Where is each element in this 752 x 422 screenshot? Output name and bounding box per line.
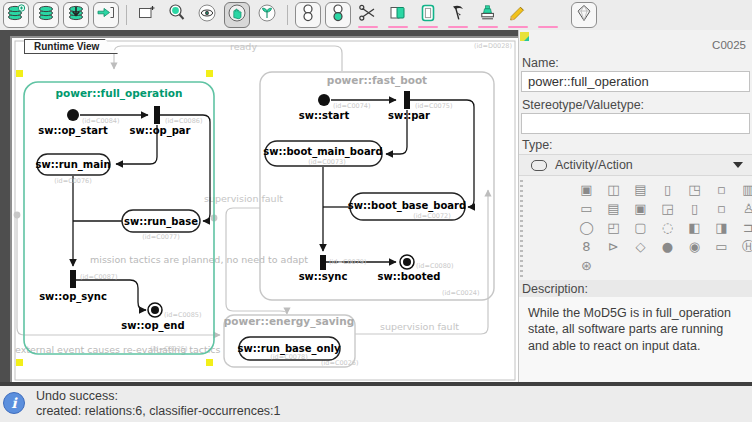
auto-grow-button[interactable]	[254, 2, 280, 28]
template-page-icon[interactable]: ◲	[654, 199, 681, 218]
toolbar-separator	[287, 5, 288, 25]
final-node-icon[interactable]: ◉	[681, 237, 708, 256]
hourglass-sand-icon	[328, 3, 348, 27]
runtime-view-diagram: (id=D0028) ready supervision fault super…	[12, 38, 518, 383]
model-database-import-button[interactable]	[63, 2, 89, 28]
node-3d-icon[interactable]: ▤	[627, 180, 654, 199]
node-start[interactable]: sw::start (id=C0074)	[299, 94, 371, 121]
selection-handle-bottom-right[interactable]	[206, 359, 213, 366]
dashed-circle-icon[interactable]: ◌	[654, 218, 681, 237]
node-boot-base-board[interactable]: sw::boot_base_board (id=C0072)	[348, 193, 466, 220]
element-id-badge: C0025	[712, 39, 746, 51]
diagram-canvas[interactable]: (id=D0028) ready supervision fault super…	[10, 36, 520, 385]
state-fast-boot[interactable]: power::fast_boot (id=C0024)	[260, 72, 494, 300]
action-icon[interactable]: ▣	[573, 180, 600, 199]
copy-button[interactable]	[385, 2, 411, 28]
rounded-state-icon[interactable]: ▢	[627, 218, 654, 237]
folder-icon[interactable]: ▭	[573, 199, 600, 218]
edge-label-supervision-fault-mid: supervision fault	[204, 193, 283, 204]
edge-ready[interactable]	[114, 46, 342, 71]
toolbar	[0, 0, 752, 30]
shallow-history-icon[interactable]: Ⓗ	[735, 237, 752, 256]
selection-handle-top-right[interactable]	[206, 70, 213, 77]
fast-boot-border[interactable]	[260, 72, 494, 300]
initial-node-icon[interactable]: ●	[654, 237, 681, 256]
deep-history-icon[interactable]: ⊛	[573, 256, 600, 275]
svg-text:sw::run_base: sw::run_base	[124, 216, 198, 228]
node-run-main[interactable]: sw::run_main (id=C0076)	[35, 154, 110, 185]
decision-icon[interactable]: ◇	[627, 237, 654, 256]
titled-frame-icon[interactable]: ◰	[600, 218, 627, 237]
runtime-view-tab[interactable]: Runtime View	[24, 39, 118, 54]
svg-text:(id=C0084): (id=C0084)	[82, 117, 120, 125]
name-input[interactable]	[521, 71, 750, 92]
empty-slot-button[interactable]	[535, 2, 561, 28]
ellipse-icon[interactable]: ◯	[573, 218, 600, 237]
model-database-button[interactable]	[33, 2, 59, 28]
node-op-par[interactable]: sw::op_par (id=C0086)	[129, 106, 202, 137]
node-booted[interactable]: sw::booted (id=C0080)	[378, 255, 454, 282]
selection-handle-top-left[interactable]	[16, 70, 23, 77]
gem-button[interactable]	[571, 2, 597, 28]
status-line-1: Undo success:	[36, 389, 281, 404]
pan-hand-button[interactable]	[224, 2, 250, 28]
signal-send-icon[interactable]: ⊳	[600, 237, 627, 256]
pan-hand-icon	[227, 3, 247, 27]
svg-text:(id=C0077): (id=C0077)	[142, 233, 180, 241]
svg-text:(id=C0078): (id=C0078)	[270, 353, 308, 361]
edit-button[interactable]	[505, 2, 531, 28]
node-op-start[interactable]: sw::op_start (id=C0084)	[38, 109, 119, 137]
node-run-base-only[interactable]: sw::run_base_only (id=C0078)	[238, 337, 341, 361]
fork-node-icon[interactable]: ◧	[681, 218, 708, 237]
zoom-lens-button[interactable]	[164, 2, 190, 28]
svg-text:sw::run_main: sw::run_main	[35, 159, 110, 171]
image-part-icon[interactable]: ▫	[708, 180, 735, 199]
state-small-icon[interactable]: ▭	[708, 237, 735, 256]
actor-icon[interactable]: ♙	[735, 199, 752, 218]
list-icon[interactable]: ▤	[600, 199, 627, 218]
call-behavior-icon[interactable]: ◳	[681, 180, 708, 199]
stereotype-label: Stereotype/Valuetype:	[522, 98, 644, 112]
svg-text:(id=C0079): (id=C0079)	[329, 258, 367, 266]
full-operation-title: power::full_operation	[55, 87, 182, 100]
table-icon[interactable]: ▥	[735, 180, 752, 199]
activity-shape-icon	[531, 160, 547, 171]
selection-handle-bottom-left[interactable]	[16, 359, 23, 366]
node-par[interactable]: sw::par (id=C0075)	[388, 91, 453, 121]
node-sync[interactable]: sw::sync (id=C0079)	[299, 255, 367, 282]
type-selected-value: Activity/Action	[555, 158, 633, 172]
stamp-button[interactable]	[475, 2, 501, 28]
signal-receive-icon[interactable]: ⊐	[735, 218, 752, 237]
part-icon[interactable]: ▫	[708, 199, 735, 218]
svg-text:(id=C0075): (id=C0075)	[415, 102, 453, 110]
hourglass-icon[interactable]: 8	[573, 237, 600, 256]
svg-text:(id=C0086): (id=C0086)	[165, 117, 203, 125]
svg-text:sw::boot_base_board: sw::boot_base_board	[348, 200, 466, 212]
svg-text:sw::boot_main_board: sw::boot_main_board	[263, 146, 382, 158]
hourglass-sand-button[interactable]	[325, 2, 351, 28]
node-op-sync[interactable]: sw::op_sync (id=C0087)	[39, 270, 117, 303]
action-pins-icon[interactable]: ◫	[600, 180, 627, 199]
cut-button[interactable]	[355, 2, 381, 28]
node-run-base[interactable]: sw::run_base (id=C0077)	[122, 210, 200, 241]
node-boot-main-board[interactable]: sw::boot_main_board (id=C0073)	[263, 141, 382, 166]
type-dropdown[interactable]: Activity/Action	[519, 154, 752, 176]
paste-button[interactable]	[415, 2, 441, 28]
note-icon[interactable]: ▣	[627, 199, 654, 218]
page-icon[interactable]: ▯	[681, 199, 708, 218]
node-op-end[interactable]: sw::op_end (id=C0085)	[121, 303, 201, 332]
hourglass-empty-button[interactable]	[295, 2, 321, 28]
panel-splitter[interactable]	[520, 180, 523, 290]
view-eye-button[interactable]	[194, 2, 220, 28]
shape-palette: ▣ ◫ ▤ ▯ ◳ ▫ ▥ ▭ ▤ ▣ ◲ ▯ ▫ ♙ ◯ ◰ ▢ ◌ ◧ ◨ …	[573, 180, 752, 275]
fast-boot-title: power::fast_boot	[327, 74, 427, 87]
model-export-button[interactable]	[93, 2, 119, 28]
edit-pencil-icon	[508, 3, 528, 27]
new-diagram-button[interactable]	[134, 2, 160, 28]
stereotype-input[interactable]	[521, 113, 750, 134]
frame-icon[interactable]: ▯	[654, 180, 681, 199]
delete-button[interactable]	[445, 2, 471, 28]
description-text[interactable]: While the MoD5G is in full_operation sta…	[519, 297, 752, 382]
join-node-icon[interactable]: ◨	[708, 218, 735, 237]
model-save-add-button[interactable]	[3, 2, 29, 28]
